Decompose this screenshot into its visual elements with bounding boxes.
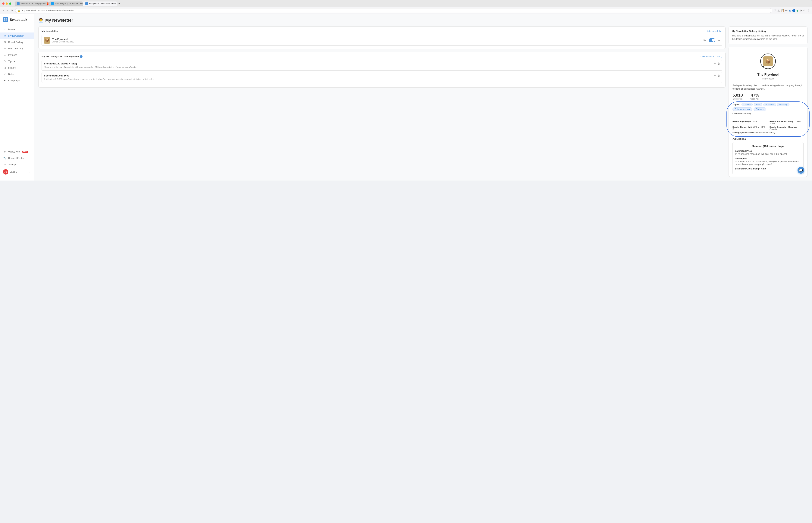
live-toggle[interactable] [709,38,716,42]
newsletter-edit-icon[interactable]: ✏ [718,39,720,42]
sidebar-item-plug-and-play[interactable]: ⇌ Plug and Play [0,45,34,52]
sidebar-item-refer[interactable]: ↩ Refer [0,71,34,77]
sidebar-item-invoices[interactable]: ☰ Invoices [0,52,34,58]
stat-open-rate: 47% Open rate [751,93,760,100]
delete-shoutout-icon[interactable]: 🗑 [718,62,720,65]
extension-icon-2[interactable]: ⚠ [777,9,780,12]
sidebar-item-tip-jar[interactable]: ⬡ Tip Jar [0,58,34,65]
topic-investing[interactable]: Investing [777,103,790,106]
new-badge: NEW [22,151,28,153]
preview-logo-wrapper: 📦 [760,53,776,70]
request-feature-label: Request Feature [8,157,25,160]
newsletter-preview-card[interactable]: 📦 The Flywheel Visit Website Each post i… [728,47,808,177]
extension-icon-4[interactable]: ✏ [785,9,788,12]
back-button[interactable]: ‹ [2,8,5,13]
sidebar-item-my-newsletter[interactable]: ✉ My Newsletter [0,33,34,39]
minimize-dot[interactable] [6,2,8,5]
sidebar-item-campaigns[interactable]: ⚑ Campaigns [0,77,34,84]
content-grid: My Newsletter Add Newsletter 📦 The Flywh… [38,26,808,177]
edit-shoutout-icon[interactable]: ✏ [714,62,716,65]
sidebar-item-history[interactable]: ◷ History [0,65,34,71]
topic-tech[interactable]: Tech [754,103,762,106]
gallery-card-title: My Newsletter Gallery Listing [732,30,804,33]
preview-estimated-price: Estimated Price $177 per send (based on … [735,150,801,155]
newsletter-joined: Joined December, 2020 [52,40,74,43]
address-bar[interactable]: 🔒 app.swapstack.co/dashboard-newsletters… [15,8,772,13]
tipjar-icon: ⬡ [3,59,6,63]
topic-startups[interactable]: Start-ups [754,107,766,111]
page-header: 🧑‍💼 My Newsletter [38,18,808,23]
topic-business[interactable]: Business [763,103,776,106]
ad-listings-title-row: My Ad Listings for The Flywheel i [41,55,83,58]
info-icon[interactable]: i [80,55,83,58]
delete-deep-dive-icon[interactable]: 🗑 [718,74,720,77]
settings-button[interactable]: ⚙ [799,9,802,12]
ad-listing-deep-dive-desc: A full article (~3,000 words) about your… [44,78,154,80]
edit-deep-dive-icon[interactable]: ✏ [714,74,716,77]
whats-new-label: What's New [8,150,20,153]
stat-sub-count-label: Sub count [732,98,743,100]
reload-button[interactable]: ↻ [10,8,14,13]
demo-source-label: Demographics Source [732,131,755,134]
ad-listing-shoutout-info: Shoutout (150 words + logo) I'll put you… [44,62,138,69]
svg-rect-3 [6,20,7,21]
extension-icon-6[interactable]: 🔵 [792,9,795,12]
menu-button[interactable]: ⋮ [807,9,810,13]
maximize-dot[interactable] [9,2,11,5]
add-newsletter-button[interactable]: Add Newsletter [707,30,722,33]
email-icon: ✉ [3,34,6,37]
demo-secondary-country-value: Canada [770,128,777,130]
sidebar-whats-new[interactable]: ★ What's New NEW [0,149,34,155]
preview-estimated-price-value: $177 per send (based on $75 cost per 1,0… [735,153,801,155]
new-tab-button[interactable]: + [117,2,121,5]
create-ad-listing-button[interactable]: Create New Ad Listing [700,55,722,58]
extension-icon-5[interactable]: ◉ [789,9,791,12]
sidebar-settings[interactable]: ⚙ Settings [0,161,34,168]
preview-estimated-price-label: Estimated Price [735,150,801,152]
extension-icon-7[interactable]: ◆ [796,9,798,12]
newsletter-card-header: My Newsletter Add Newsletter [41,30,722,33]
demo-source: Demographics Source Internal reader surv… [732,131,804,134]
my-newsletter-card: My Newsletter Add Newsletter 📦 The Flywh… [38,26,726,49]
demo-age-label: Reader Age Range: [732,120,752,123]
cadence-label: Cadence: [732,112,743,115]
demo-gender-split: Reader Gender Split 70% M | 30% F [732,126,766,130]
sidebar-item-home[interactable]: ⌂ Home [0,26,34,33]
sidebar-label-refer: Refer [8,73,14,75]
demographics-section: Reader Age Range: 35-54 Reader Primary C… [729,119,807,135]
demo-secondary-country: Reader Secondary Country: Canada [770,126,804,130]
topic-climate[interactable]: Climate [742,103,753,106]
sidebar-label-home: Home [8,28,15,31]
app-container: Swapstack ⌂ Home ✉ My Newsletter ⊞ Brand… [0,14,812,181]
preview-visit-website[interactable]: Visit Website [762,77,775,80]
settings-label: Settings [8,163,16,166]
tab-swapstack[interactable]: Swapstack | Newsletter adver... ✕ [83,1,117,6]
user-avatar: JS [3,169,8,175]
close-dot[interactable] [2,2,4,5]
clock-icon: ◷ [3,66,6,69]
preview-stats: 5,018 Sub count 47% Open rate [729,93,807,103]
logout-icon[interactable]: → [27,170,31,174]
preview-ad-listing-card: Shoutout (150 words + logo) Estimated Pr… [732,142,804,174]
tab-twitter[interactable]: Jake Singer 🎙 on Twitter: "Been w... [49,1,83,6]
preview-ad-listing-card-title: Shoutout (150 words + logo) [735,145,801,147]
svg-rect-0 [4,18,5,20]
gallery-info-card: My Newsletter Gallery Listing This card … [728,26,808,44]
chat-button[interactable]: 💬 [797,167,804,174]
tab-favicon-newsletter [17,2,20,5]
forward-button[interactable]: › [6,8,8,13]
extension-icon-1[interactable]: 🛡 [774,9,776,12]
extension-icon-3[interactable]: 📋 [781,9,784,12]
sidebar-request-feature[interactable]: 🔧 Request Feature [0,155,34,161]
sidebar-item-brand-gallery[interactable]: ⊞ Brand Gallery [0,39,34,45]
ad-listing-deep-dive[interactable]: Sponsored Deep Dive A full article (~3,0… [41,72,722,83]
ad-listing-shoutout[interactable]: Shoutout (150 words + logo) I'll put you… [41,60,722,71]
newsletter-name: The Flywheel [52,38,74,40]
cadence-value: Monthly [743,112,751,115]
logo: Swapstack [0,17,34,26]
sidebar-user[interactable]: JS Jake S → [0,168,34,176]
demo-source-value: Internal reader survey [755,131,775,134]
bookmark-icon[interactable]: ☆ [803,9,806,12]
tab-newsletter[interactable]: Newsletter profile upgrades 🧧 | C... [15,1,49,6]
topic-entrepreneurship[interactable]: Entrepreneurship [732,107,753,111]
